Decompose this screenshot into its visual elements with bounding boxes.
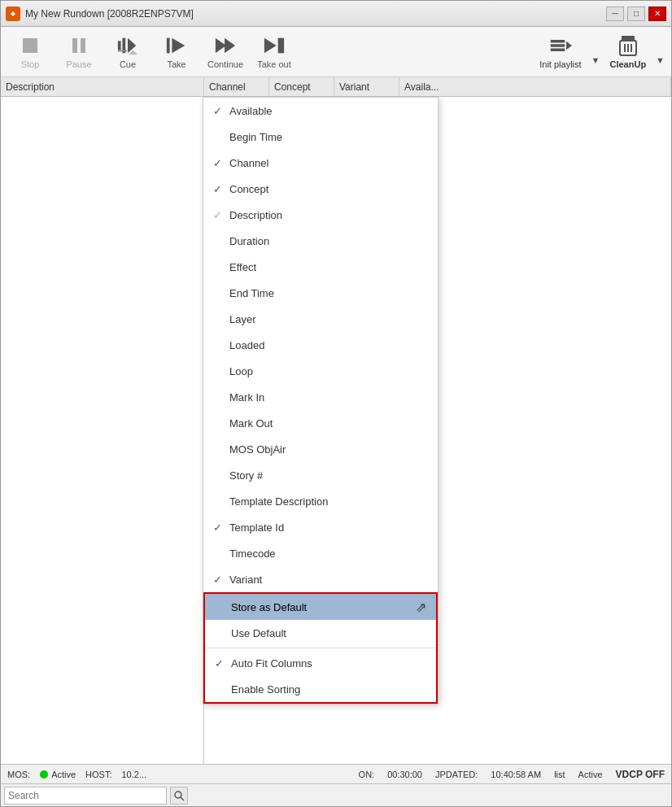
svg-rect-4: [118, 41, 121, 50]
take-out-button[interactable]: Take out: [251, 30, 297, 74]
label-variant: Variant: [229, 574, 428, 586]
menu-item-variant[interactable]: ✓Variant: [203, 566, 438, 592]
column-header-row: Description Channel Concept Variant Avai…: [1, 77, 671, 97]
footer-item-auto_fit_columns[interactable]: ✓Auto Fit Columns: [205, 650, 436, 676]
check-channel: ✓: [213, 157, 229, 169]
init-playlist-arrow[interactable]: ▼: [591, 55, 600, 65]
menu-item-end_time[interactable]: End Time: [203, 280, 438, 306]
init-playlist-icon: [549, 34, 572, 57]
duration-label: ON:: [359, 770, 375, 779]
menu-item-available[interactable]: ✓Available: [203, 98, 438, 124]
label-description: Description: [229, 209, 428, 221]
window-controls: ─ □ ✕: [606, 7, 666, 21]
mos-status: Active: [40, 770, 76, 779]
svg-rect-17: [551, 49, 565, 52]
label-layer: Layer: [229, 313, 428, 325]
main-content: ✓AvailableBegin Time✓Channel✓Concept✓Des…: [1, 97, 671, 764]
init-playlist-button[interactable]: Init playlist: [531, 30, 589, 74]
label-concept: Concept: [229, 183, 428, 195]
cue-button[interactable]: Cue: [105, 30, 151, 74]
col-header-available: Availa...: [399, 77, 671, 96]
menu-item-channel[interactable]: ✓Channel: [203, 150, 438, 176]
menu-item-description[interactable]: ✓Description: [203, 202, 438, 228]
mos-label: MOS:: [7, 770, 30, 779]
continue-icon: [214, 34, 237, 57]
menu-item-template_description[interactable]: Template Description: [203, 488, 438, 514]
pause-button[interactable]: Pause: [56, 30, 102, 74]
status-right: ON: 00:30:00 JPDATED: 10:40:58 AM list A…: [359, 769, 665, 780]
svg-rect-14: [278, 38, 284, 54]
mos-status-value: Active: [51, 770, 76, 779]
label-timecode: Timecode: [229, 547, 428, 560]
menu-item-duration[interactable]: Duration: [203, 228, 438, 254]
vdcp-status: VDCP OFF: [616, 769, 665, 780]
label-mark_in: Mark In: [229, 391, 428, 404]
close-button[interactable]: ✕: [648, 7, 666, 21]
active-dot: [40, 770, 48, 779]
label-template_description: Template Description: [229, 495, 428, 508]
menu-item-template_id[interactable]: ✓Template Id: [203, 514, 438, 540]
label-footer-store_as_default: Store as Default: [231, 601, 412, 613]
label-story_hash: Story #: [229, 469, 428, 482]
updated-label: JPDATED:: [435, 770, 478, 779]
menu-item-loop[interactable]: Loop: [203, 358, 438, 384]
col-header-channel: Channel: [204, 77, 269, 96]
label-available: Available: [229, 105, 428, 117]
toolbar-right: Init playlist ▼ CleanUp ▼: [531, 30, 665, 74]
svg-rect-3: [81, 38, 85, 53]
svg-marker-10: [172, 38, 185, 54]
label-loaded: Loaded: [229, 339, 428, 351]
label-effect: Effect: [229, 261, 428, 273]
stop-button[interactable]: Stop: [7, 30, 53, 74]
menu-item-story_hash[interactable]: Story #: [203, 462, 438, 488]
stop-label: Stop: [21, 59, 40, 69]
search-button[interactable]: [170, 787, 188, 805]
maximize-button[interactable]: □: [627, 7, 645, 21]
title-bar-left: My New Rundown [2008R2ENPS7VM]: [6, 7, 194, 21]
col-header-variant: Variant: [334, 77, 399, 96]
main-window: My New Rundown [2008R2ENPS7VM] ─ □ ✕ Sto…: [0, 0, 672, 807]
continue-label: Continue: [207, 59, 243, 69]
menu-item-mark_out[interactable]: Mark Out: [203, 410, 438, 436]
svg-rect-7: [118, 50, 127, 52]
label-begin_time: Begin Time: [229, 131, 428, 143]
window-title: My New Rundown [2008R2ENPS7VM]: [25, 8, 194, 20]
footer-item-store_as_default[interactable]: Store as Default⇗: [205, 594, 436, 620]
minimize-button[interactable]: ─: [606, 7, 624, 21]
menu-item-mark_in[interactable]: Mark In: [203, 384, 438, 410]
cleanup-button[interactable]: CleanUp: [601, 30, 654, 74]
label-duration: Duration: [229, 235, 428, 247]
check-concept: ✓: [213, 183, 229, 195]
menu-item-begin_time[interactable]: Begin Time: [203, 124, 438, 150]
label-mos_objair: MOS ObjAir: [229, 443, 428, 456]
menu-item-effect[interactable]: Effect: [203, 254, 438, 280]
menu-item-layer[interactable]: Layer: [203, 306, 438, 332]
label-template_id: Template Id: [229, 521, 428, 534]
pause-icon: [68, 34, 90, 57]
status-bar: MOS: Active HOST: 10.2... ON: 00:30:00 J…: [1, 764, 671, 783]
take-button[interactable]: Take: [154, 30, 199, 74]
content-area: ✓AvailableBegin Time✓Channel✓Concept✓Des…: [1, 97, 671, 764]
playlist-label: list: [554, 770, 565, 779]
playlist-value: Active: [578, 770, 603, 779]
continue-button[interactable]: Continue: [203, 30, 248, 74]
stop-icon: [19, 34, 41, 57]
search-icon: [173, 790, 185, 801]
menu-item-mos_objair[interactable]: MOS ObjAir: [203, 436, 438, 462]
svg-rect-9: [167, 38, 170, 54]
menu-item-timecode[interactable]: Timecode: [203, 540, 438, 566]
check-footer-auto_fit_columns: ✓: [215, 657, 231, 670]
search-input[interactable]: [4, 787, 167, 805]
cleanup-icon: [617, 34, 639, 57]
cleanup-arrow[interactable]: ▼: [656, 55, 665, 65]
host-label: HOST:: [85, 770, 111, 779]
label-footer-auto_fit_columns: Auto Fit Columns: [231, 657, 426, 670]
menu-item-loaded[interactable]: Loaded: [203, 332, 438, 358]
svg-marker-13: [264, 38, 277, 54]
menu-item-concept[interactable]: ✓Concept: [203, 176, 438, 202]
menu-divider: [205, 648, 436, 648]
take-out-label: Take out: [257, 59, 291, 69]
footer-item-use_default[interactable]: Use Default: [205, 620, 436, 646]
footer-item-enable_sorting[interactable]: Enable Sorting: [205, 676, 436, 702]
footer-section: Store as Default⇗Use Default✓Auto Fit Co…: [203, 592, 438, 704]
